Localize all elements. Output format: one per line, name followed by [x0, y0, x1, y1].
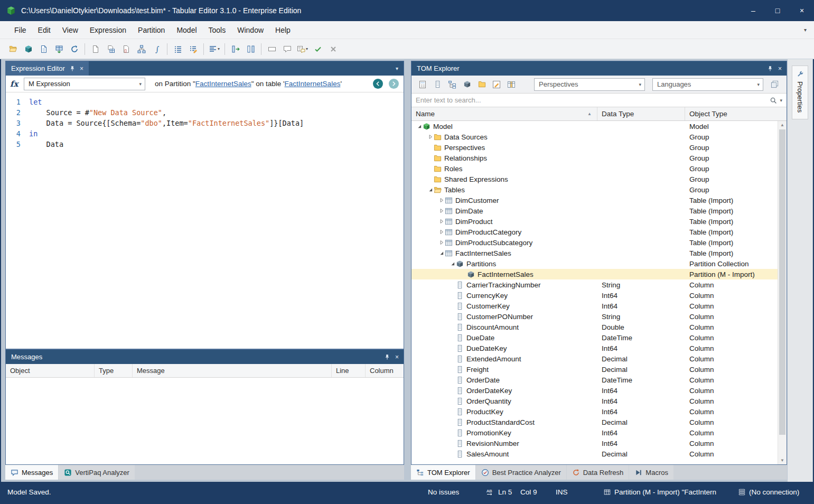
tab-best-practice-analyzer[interactable]: Best Practice Analyzer — [476, 465, 566, 480]
deploy-button[interactable] — [51, 42, 67, 57]
tree-row-extendedamount[interactable]: ExtendedAmountDecimalColumn — [411, 353, 778, 364]
cancel-button[interactable] — [325, 42, 341, 57]
expand-icon[interactable] — [438, 208, 445, 213]
context-link[interactable]: FactInternetSales — [195, 80, 251, 88]
show-hierarchies-button[interactable] — [445, 78, 459, 91]
maximize-button[interactable]: □ — [765, 0, 790, 21]
tree-row-productkey[interactable]: ProductKeyInt64Column — [411, 406, 778, 417]
minimize-button[interactable]: – — [741, 0, 765, 21]
expand-icon[interactable] — [427, 134, 434, 139]
column-chooser-button[interactable] — [504, 78, 518, 91]
accept-button[interactable] — [310, 42, 325, 57]
tab-vertipaq-analyzer[interactable]: VertiPaq Analyzer — [59, 465, 135, 480]
status-connection[interactable]: (No connection) — [738, 482, 799, 502]
messages-column-object[interactable]: Object — [6, 364, 95, 377]
show-folders-button[interactable] — [475, 78, 489, 91]
tree-row-carriertrackingnumber[interactable]: CarrierTrackingNumberStringColumn — [411, 279, 778, 290]
tree-row-partitions[interactable]: PartitionsPartition Collection — [411, 258, 778, 269]
tree-row-orderquantity[interactable]: OrderQuantityInt64Column — [411, 396, 778, 406]
menu-item-help[interactable]: Help — [269, 21, 296, 39]
tree-row-shared-expressions[interactable]: Shared ExpressionsGroup — [411, 174, 778, 184]
tree-row-tables[interactable]: TablesGroup — [411, 184, 778, 195]
tree-row-data-sources[interactable]: Data SourcesGroup — [411, 132, 778, 142]
scrollbar-thumb[interactable] — [779, 129, 785, 435]
format-list-button[interactable] — [170, 42, 185, 57]
expression-editor-tab[interactable]: Expression Editor × — [6, 61, 89, 76]
tree-row-revisionnumber[interactable]: RevisionNumberInt64Column — [411, 438, 778, 449]
tom-column-header-data-type[interactable]: Data Type — [597, 107, 685, 120]
tree-row-perspectives[interactable]: PerspectivesGroup — [411, 142, 778, 153]
toolbar-overflow-icon[interactable]: ▾ — [804, 27, 807, 33]
messages-column-type[interactable]: Type — [95, 364, 133, 377]
textbox-button[interactable] — [264, 42, 279, 57]
tab-tom-explorer[interactable]: TOM Explorer — [411, 465, 475, 480]
refresh-button[interactable] — [67, 42, 82, 57]
collapse-icon[interactable] — [438, 250, 445, 256]
close-icon[interactable]: × — [778, 66, 782, 72]
pin-icon[interactable] — [767, 66, 773, 72]
menu-item-expression[interactable]: Expression — [84, 21, 132, 39]
close-button[interactable]: × — [790, 0, 814, 21]
tree-row-factinternetsales[interactable]: FactInternetSalesTable (Import) — [411, 248, 778, 258]
layers-icon[interactable] — [768, 78, 781, 91]
tree-row-discountamount[interactable]: DiscountAmountDoubleColumn — [411, 322, 778, 332]
status-no-issues[interactable]: No issues — [428, 482, 459, 502]
menu-item-edit[interactable]: Edit — [32, 21, 57, 39]
move-column-button[interactable] — [243, 42, 258, 57]
pin-icon[interactable] — [384, 354, 390, 360]
tab-data-refresh[interactable]: Data Refresh — [567, 465, 629, 480]
expand-icon[interactable] — [438, 229, 445, 235]
messages-list[interactable] — [6, 378, 404, 464]
tree-row-relationships[interactable]: RelationshipsGroup — [411, 153, 778, 163]
collapse-icon[interactable] — [427, 187, 434, 192]
properties-tab[interactable]: Properties — [792, 66, 808, 119]
languages-dropdown[interactable]: Languages ▾ — [652, 78, 763, 91]
search-icon[interactable] — [770, 97, 777, 104]
scroll-up-icon[interactable]: ▲ — [778, 121, 787, 129]
tom-column-header-name[interactable]: Name▲ — [411, 107, 597, 120]
tree-row-duedate[interactable]: DueDateDateTimeColumn — [411, 332, 778, 343]
show-partitions-button[interactable] — [460, 78, 474, 91]
tree-row-freight[interactable]: FreightDecimalColumn — [411, 364, 778, 375]
dax-script-button[interactable]: ∫ — [149, 42, 164, 57]
tree-row-dimproductsubcategory[interactable]: DimProductSubcategoryTable (Import) — [411, 237, 778, 248]
tree-row-factinternetsales[interactable]: FactInternetSalesPartition (M - Import) — [411, 269, 778, 279]
new-script-button[interactable]: {} — [118, 42, 134, 57]
pin-icon[interactable] — [69, 66, 76, 72]
menu-item-window[interactable]: Window — [231, 21, 269, 39]
close-icon[interactable]: × — [80, 66, 83, 72]
menu-item-file[interactable]: File — [8, 21, 32, 39]
vertical-scrollbar[interactable]: ▲ ▼ — [778, 121, 787, 464]
tree-row-dimcustomer[interactable]: DimCustomerTable (Import) — [411, 195, 778, 206]
expression-type-dropdown[interactable]: M Expression ▾ — [24, 78, 145, 90]
tree-row-duedatekey[interactable]: DueDateKeyInt64Column — [411, 343, 778, 353]
menu-item-tools[interactable]: Tools — [203, 21, 232, 39]
align-button[interactable]: ▾ — [207, 42, 222, 57]
perspectives-dropdown[interactable]: Perspectives ▾ — [534, 78, 645, 91]
new-table-button[interactable] — [103, 42, 118, 57]
collapse-icon[interactable] — [449, 261, 456, 266]
tree-row-roles[interactable]: RolesGroup — [411, 163, 778, 174]
close-icon[interactable]: × — [395, 354, 399, 360]
insert-column-button[interactable] — [228, 42, 243, 57]
tree-row-model[interactable]: ModelModel — [411, 121, 778, 132]
diagram-button[interactable] — [134, 42, 149, 57]
menu-item-model[interactable]: Model — [171, 21, 202, 39]
scroll-down-icon[interactable]: ▼ — [778, 456, 787, 464]
forward-button[interactable] — [389, 79, 399, 89]
panel-menu-caret-icon[interactable]: ▾ — [396, 66, 404, 71]
context-link[interactable]: FactInternetSales — [285, 80, 341, 88]
tree-row-dimproduct[interactable]: DimProductTable (Import) — [411, 216, 778, 227]
code-editor[interactable]: 1let2 Source = #"New Data Source",3 Data… — [6, 92, 404, 349]
tree-row-salesamount[interactable]: SalesAmountDecimalColumn — [411, 449, 778, 459]
tree-row-customerkey[interactable]: CustomerKeyInt64Column — [411, 301, 778, 311]
tree-row-promotionkey[interactable]: PromotionKeyInt64Column — [411, 427, 778, 438]
menu-item-partition[interactable]: Partition — [132, 21, 171, 39]
messages-column-column[interactable]: Column — [366, 364, 404, 377]
collapse-icon[interactable] — [416, 124, 423, 129]
expand-icon[interactable] — [438, 240, 445, 245]
show-columns-button[interactable] — [431, 78, 444, 91]
messages-column-message[interactable]: Message — [133, 364, 332, 377]
tab-messages[interactable]: Messages — [5, 465, 58, 480]
model-button[interactable] — [21, 42, 36, 57]
